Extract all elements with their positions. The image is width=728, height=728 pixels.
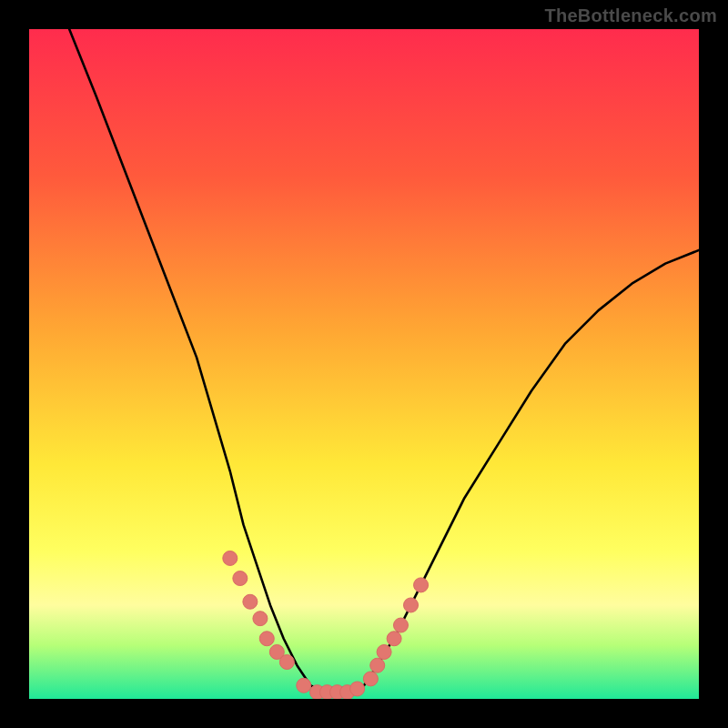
highlight-marker [350,682,365,696]
highlight-marker [363,672,378,686]
highlight-marker [233,571,248,586]
bottleneck-curve-path [69,29,699,693]
highlight-marker [253,612,268,626]
highlight-marker [297,678,311,693]
highlight-marker [259,632,274,646]
highlight-marker [243,594,258,609]
highlight-marker [223,551,238,565]
chart-frame: TheBottleneck.com [0,0,728,728]
highlight-marker [387,632,401,646]
highlight-marker [404,598,419,612]
plot-gradient-area [29,29,699,699]
highlight-marker [279,655,294,670]
highlight-markers [223,551,429,699]
bottleneck-curve-svg [29,29,699,699]
highlight-marker [377,644,391,659]
highlight-marker [393,618,408,632]
highlight-marker [370,658,385,672]
attribution-label: TheBottleneck.com [544,5,717,26]
highlight-marker [414,578,429,592]
